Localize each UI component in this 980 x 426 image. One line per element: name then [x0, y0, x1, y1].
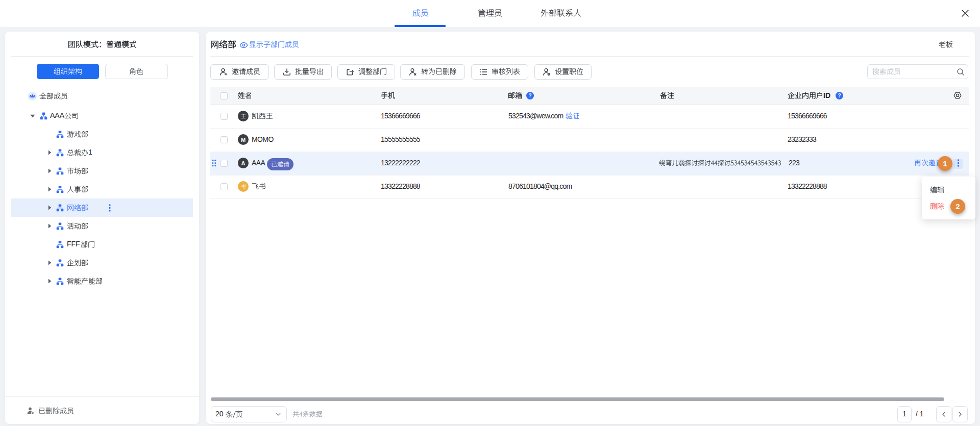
- svg-text:?: ?: [528, 93, 531, 98]
- svg-text:?: ?: [838, 93, 841, 98]
